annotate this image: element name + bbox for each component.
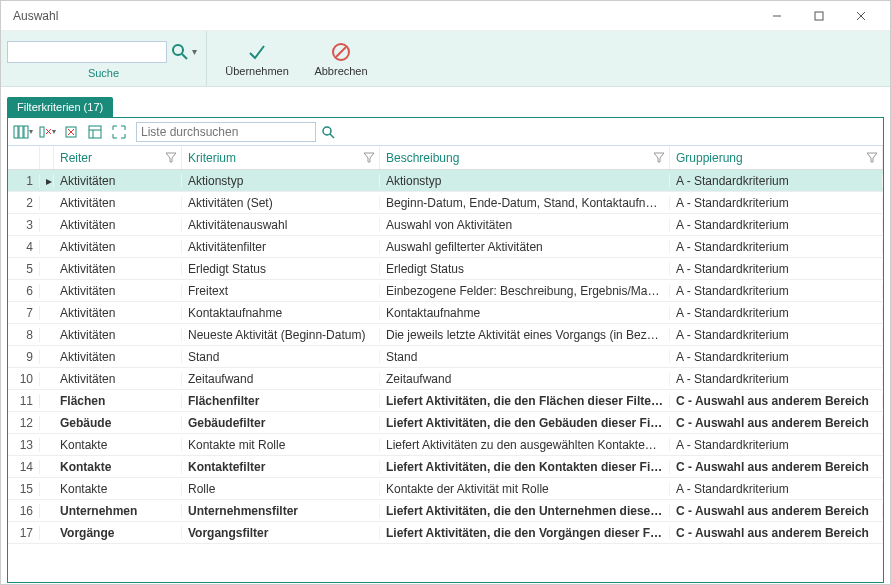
cell-kriterium: Unternehmensfilter [182,504,380,518]
cell-reiter: Gebäude [54,416,182,430]
cell-reiter: Aktivitäten [54,372,182,386]
expand-icon[interactable] [108,121,130,143]
cell-gruppierung: C - Auswahl aus anderem Bereich [670,526,883,540]
layout-icon[interactable] [84,121,106,143]
cell-kriterium: Aktivitäten (Set) [182,196,380,210]
cell-beschreibung: Zeitaufwand [380,372,670,386]
table-row[interactable]: 6AktivitätenFreitextEinbezogene Felder: … [8,280,883,302]
row-number: 12 [8,416,40,430]
row-number: 1 [8,174,40,188]
columns-icon[interactable]: ▾ [12,121,34,143]
search-icon[interactable] [169,39,192,65]
search-input[interactable] [7,41,167,63]
header-kriterium-label: Kriterium [188,151,236,165]
cell-beschreibung: Liefert Aktivitäten, die den Vorgängen d… [380,526,670,540]
table-row[interactable]: 8AktivitätenNeueste Aktivität (Beginn-Da… [8,324,883,346]
filter-icon[interactable] [866,151,878,163]
cell-reiter: Aktivitäten [54,284,182,298]
row-number: 4 [8,240,40,254]
cancel-button[interactable]: Abbrechen [299,31,383,86]
table-row[interactable]: 15KontakteRolleKontakte der Aktivität mi… [8,478,883,500]
filter-icon[interactable] [653,151,665,163]
cell-kriterium: Erledigt Status [182,262,380,276]
cell-beschreibung: Auswahl von Aktivitäten [380,218,670,232]
grid-toolbar: ▾ ▾ [8,118,883,146]
grid-search-input[interactable] [136,122,316,142]
svg-line-5 [182,54,187,59]
cell-gruppierung: A - Standardkriterium [670,196,883,210]
cell-reiter: Aktivitäten [54,240,182,254]
table-row[interactable]: 16UnternehmenUnternehmensfilterLiefert A… [8,500,883,522]
cell-reiter: Kontakte [54,482,182,496]
cell-beschreibung: Liefert Aktivitäten, die den Gebäuden di… [380,416,670,430]
table-row[interactable]: 2AktivitätenAktivitäten (Set)Beginn-Datu… [8,192,883,214]
cell-kriterium: Rolle [182,482,380,496]
filter-icon[interactable] [165,151,177,163]
header-rownum [8,146,40,169]
svg-rect-17 [89,126,101,138]
table-row[interactable]: 4AktivitätenAktivitätenfilterAuswahl gef… [8,236,883,258]
svg-line-21 [330,134,334,138]
accept-button[interactable]: Übernehmen [215,31,299,86]
maximize-button[interactable] [798,3,840,29]
table-row[interactable]: 17VorgängeVorgangsfilterLiefert Aktivitä… [8,522,883,544]
row-number: 7 [8,306,40,320]
table-row[interactable]: 11FlächenFlächenfilterLiefert Aktivitäte… [8,390,883,412]
row-number: 3 [8,218,40,232]
remove-column-icon[interactable]: ▾ [36,121,58,143]
search-dropdown-icon[interactable]: ▾ [192,46,200,57]
grid-body[interactable]: 1▸AktivitätenAktionstypAktionstypA - Sta… [8,170,883,582]
table-row[interactable]: 13KontakteKontakte mit RolleLiefert Akti… [8,434,883,456]
cell-gruppierung: A - Standardkriterium [670,240,883,254]
cell-beschreibung: Aktionstyp [380,174,670,188]
table-row[interactable]: 12GebäudeGebäudefilterLiefert Aktivitäte… [8,412,883,434]
cell-kriterium: Neueste Aktivität (Beginn-Datum) [182,328,380,342]
minimize-button[interactable] [756,3,798,29]
cell-kriterium: Gebäudefilter [182,416,380,430]
cell-kriterium: Aktionstyp [182,174,380,188]
tab-filterkriterien[interactable]: Filterkriterien (17) [7,97,113,117]
cell-kriterium: Freitext [182,284,380,298]
cell-reiter: Aktivitäten [54,350,182,364]
table-row[interactable]: 9AktivitätenStandStandA - Standardkriter… [8,346,883,368]
cell-gruppierung: C - Auswahl aus anderem Bereich [670,394,883,408]
row-number: 5 [8,262,40,276]
header-reiter[interactable]: Reiter [54,146,182,169]
close-button[interactable] [840,3,882,29]
cell-gruppierung: C - Auswahl aus anderem Bereich [670,504,883,518]
search-group: ▾ Suche [1,31,207,86]
table-row[interactable]: 7AktivitätenKontaktaufnahmeKontaktaufnah… [8,302,883,324]
cell-gruppierung: C - Auswahl aus anderem Bereich [670,416,883,430]
cell-kriterium: Vorgangsfilter [182,526,380,540]
cell-reiter: Kontakte [54,438,182,452]
cell-kriterium: Zeitaufwand [182,372,380,386]
cell-reiter: Unternehmen [54,504,182,518]
cell-gruppierung: A - Standardkriterium [670,372,883,386]
table-row[interactable]: 14KontakteKontaktefilterLiefert Aktivitä… [8,456,883,478]
filter-icon[interactable] [363,151,375,163]
cell-gruppierung: A - Standardkriterium [670,306,883,320]
table-row[interactable]: 3AktivitätenAktivitätenauswahlAuswahl vo… [8,214,883,236]
header-gruppierung[interactable]: Gruppierung [670,146,883,169]
cell-gruppierung: A - Standardkriterium [670,218,883,232]
table-row[interactable]: 10AktivitätenZeitaufwandZeitaufwandA - S… [8,368,883,390]
table-row[interactable]: 1▸AktivitätenAktionstypAktionstypA - Sta… [8,170,883,192]
export-icon[interactable] [60,121,82,143]
cell-kriterium: Stand [182,350,380,364]
cell-gruppierung: A - Standardkriterium [670,174,883,188]
svg-point-4 [173,45,183,55]
svg-rect-9 [19,126,23,138]
header-reiter-label: Reiter [60,151,92,165]
cell-gruppierung: A - Standardkriterium [670,262,883,276]
cell-reiter: Aktivitäten [54,196,182,210]
table-row[interactable]: 5AktivitätenErledigt StatusErledigt Stat… [8,258,883,280]
cancel-icon [330,41,352,63]
header-beschreibung[interactable]: Beschreibung [380,146,670,169]
grid-search-icon[interactable] [318,125,338,139]
cell-reiter: Aktivitäten [54,328,182,342]
svg-line-7 [336,47,346,57]
grid-header: Reiter Kriterium Beschreibung Gruppierun… [8,146,883,170]
header-kriterium[interactable]: Kriterium [182,146,380,169]
svg-rect-10 [24,126,28,138]
cell-reiter: Vorgänge [54,526,182,540]
